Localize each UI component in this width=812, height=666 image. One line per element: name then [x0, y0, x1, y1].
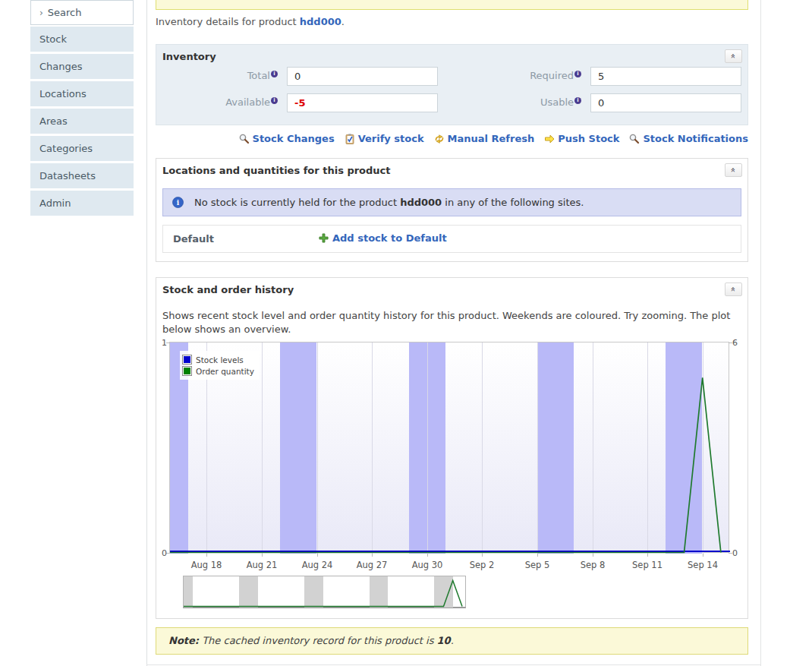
axis-tick — [262, 554, 263, 557]
history-panel-title: Stock and order history — [162, 284, 294, 295]
sidebar-item-label: Search — [48, 7, 82, 18]
collapse-button[interactable]: » — [725, 282, 742, 296]
axis-tick — [372, 554, 373, 557]
stock-levels-swatch — [182, 355, 192, 365]
inventory-panel-title: Inventory — [162, 51, 216, 62]
history-description: Shows recent stock level and order quant… — [162, 309, 747, 336]
info-icon: i — [172, 197, 184, 208]
content-right-border — [760, 0, 761, 666]
x-tick-label: Aug 27 — [349, 560, 395, 570]
sidebar-item-search[interactable]: ›Search — [30, 0, 134, 25]
order-quantity-swatch — [182, 366, 192, 376]
info-badge-icon: i — [574, 97, 581, 104]
collapse-icon: » — [727, 54, 739, 59]
chart-overview[interactable] — [183, 576, 466, 608]
left-axis-min-label: 0 — [156, 548, 167, 558]
available-field[interactable]: -5 — [287, 93, 438, 112]
stock-changes-link[interactable]: Stock Changes — [239, 133, 335, 144]
collapse-button[interactable]: » — [725, 163, 742, 177]
legend-item: Stock levels — [182, 355, 254, 365]
axis-tick — [537, 554, 538, 557]
add-stock-link[interactable]: Add stock to Default — [319, 232, 447, 244]
refresh-arrows-icon — [434, 134, 445, 144]
locations-panel-title: Locations and quantities for this produc… — [162, 165, 391, 176]
sidebar-item-admin[interactable]: Admin — [30, 191, 134, 216]
sidebar-content-divider — [146, 0, 147, 666]
legend-item: Order quantity — [182, 366, 254, 376]
svg-text:i: i — [177, 199, 180, 207]
site-row-default: Default Add stock to Default — [162, 225, 741, 253]
action-links-row: Stock Changes Verify stock Manual Refres… — [156, 133, 748, 144]
search-icon — [629, 134, 640, 144]
info-badge-icon: i — [271, 71, 278, 77]
sidebar: ›Search Stock Changes Locations Areas Ca… — [30, 0, 134, 218]
axis-tick — [317, 554, 318, 557]
left-axis-max-label: 1 — [156, 338, 167, 348]
axis-tick — [482, 554, 483, 557]
sidebar-item-areas[interactable]: Areas — [30, 109, 134, 134]
total-field[interactable]: 0 — [287, 67, 438, 86]
usable-label: Usablei — [460, 96, 581, 108]
total-label: Totali — [156, 70, 278, 81]
no-stock-message: i No stock is currently held for the pro… — [162, 188, 741, 216]
required-label: Requiredi — [460, 70, 581, 81]
plus-icon — [319, 233, 329, 243]
collapse-button[interactable]: » — [725, 49, 742, 63]
intro-line: Inventory details for product hdd000. — [156, 16, 345, 27]
product-name: hdd000 — [400, 197, 442, 208]
x-tick-label: Sep 11 — [625, 560, 670, 570]
x-tick-label: Sep 2 — [459, 560, 505, 570]
info-badge-icon: i — [574, 71, 581, 77]
inventory-panel: Inventory » Totali 0 Requiredi 5 Availab… — [156, 44, 748, 125]
cached-inventory-note: Note: The cached inventory record for th… — [156, 627, 748, 655]
locations-panel: Locations and quantities for this produc… — [156, 158, 748, 262]
clipboard-check-icon — [345, 134, 355, 144]
content-bottom-border — [146, 664, 761, 665]
axis-tick — [427, 554, 428, 557]
sidebar-item-stock[interactable]: Stock — [30, 27, 134, 52]
x-tick-label: Sep 14 — [680, 560, 725, 570]
right-axis-max-label: 6 — [732, 338, 743, 348]
stock-history-chart[interactable]: Stock levels Order quantity — [169, 342, 729, 553]
top-note-strip — [156, 0, 748, 10]
x-tick-label: Aug 24 — [294, 560, 340, 570]
history-panel: Stock and order history » Shows recent s… — [156, 277, 748, 619]
x-tick-label: Aug 21 — [239, 560, 285, 570]
stock-notifications-link[interactable]: Stock Notifications — [629, 133, 748, 144]
chart-legend: Stock levels Order quantity — [180, 351, 260, 380]
x-tick-label: Sep 8 — [570, 560, 615, 570]
collapse-icon: » — [727, 287, 739, 292]
site-name: Default — [173, 233, 214, 245]
refresh-link[interactable]: Manual Refresh — [434, 133, 535, 144]
axis-tick — [647, 554, 648, 557]
x-tick-label: Aug 18 — [184, 560, 229, 570]
sidebar-item-changes[interactable]: Changes — [30, 54, 134, 79]
x-tick-label: Aug 30 — [404, 560, 450, 570]
push-stock-link[interactable]: Push Stock — [544, 133, 619, 144]
product-link[interactable]: hdd000 — [300, 16, 341, 27]
overview-order-quantity-series — [184, 576, 465, 608]
collapse-icon: » — [727, 168, 739, 173]
usable-field[interactable]: 0 — [590, 93, 741, 112]
sidebar-item-locations[interactable]: Locations — [30, 81, 134, 106]
right-axis-min-label: 0 — [732, 548, 743, 558]
axis-tick — [703, 554, 703, 557]
arrow-right-icon — [544, 134, 555, 144]
sidebar-item-categories[interactable]: Categories — [30, 136, 134, 161]
info-badge-icon: i — [271, 97, 278, 104]
required-field[interactable]: 5 — [590, 67, 741, 86]
axis-tick — [593, 554, 593, 557]
sidebar-item-datasheets[interactable]: Datasheets — [30, 163, 134, 188]
axis-tick — [206, 554, 207, 557]
x-tick-label: Sep 5 — [515, 560, 560, 570]
search-icon — [239, 134, 250, 144]
chevron-right-icon: › — [39, 8, 43, 18]
verify-stock-link[interactable]: Verify stock — [345, 133, 424, 144]
available-label: Availablei — [156, 96, 278, 108]
